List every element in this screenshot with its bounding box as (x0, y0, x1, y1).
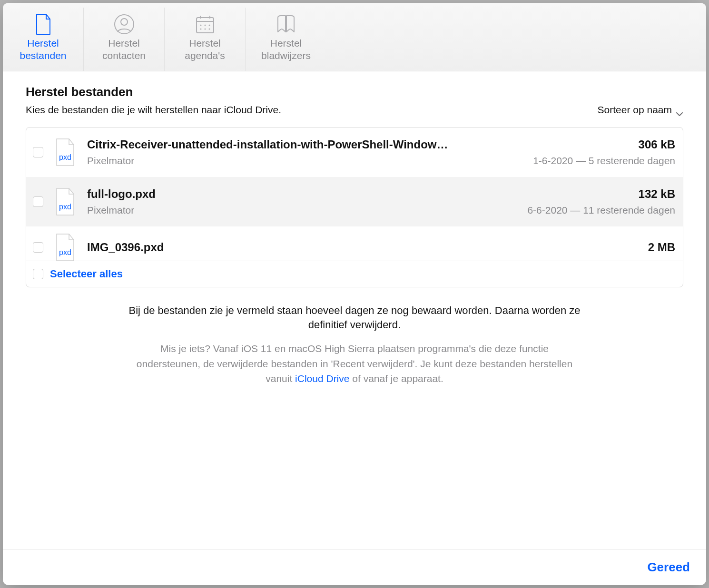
file-size: 132 kB (639, 187, 675, 201)
content-area: Herstel bestanden Kies de bestanden die … (3, 71, 706, 549)
svg-point-9 (200, 29, 201, 30)
file-size: 306 kB (639, 138, 675, 151)
file-app: Pixelmator (87, 205, 134, 216)
svg-point-7 (204, 25, 206, 26)
sort-label: Sorteer op naam (598, 104, 672, 116)
file-row[interactable]: pxd IMG_0396.pxd 2 MB (26, 226, 683, 261)
file-row[interactable]: pxd full-logo.pxd 132 kB Pixelmator 6-6-… (26, 177, 683, 226)
svg-point-1 (121, 19, 128, 25)
tab-restore-calendars[interactable]: Herstel agenda's (165, 8, 246, 71)
svg-point-11 (208, 29, 210, 30)
file-type-icon: pxd (52, 233, 79, 261)
tab-label: Herstel contacten (89, 37, 159, 62)
file-checkbox[interactable] (33, 242, 43, 253)
chevron-down-icon (676, 108, 683, 112)
svg-point-0 (115, 15, 134, 34)
file-rows: pxd Citrix-Receiver-unattended-installat… (26, 127, 683, 261)
svg-text:pxd: pxd (59, 153, 71, 161)
file-row[interactable]: pxd Citrix-Receiver-unattended-installat… (26, 127, 683, 177)
explain-block: Bij de bestanden zie je vermeld staan ho… (128, 304, 581, 386)
icloud-drive-link[interactable]: iCloud Drive (295, 373, 349, 384)
calendar-icon (169, 11, 240, 37)
file-list: pxd Citrix-Receiver-unattended-installat… (26, 127, 683, 287)
select-all-label[interactable]: Selecteer alles (50, 268, 123, 280)
svg-point-10 (204, 29, 206, 30)
svg-point-8 (208, 25, 210, 26)
svg-text:pxd: pxd (59, 248, 71, 256)
intro-text: Kies de bestanden die je wilt herstellen… (26, 104, 281, 116)
svg-point-6 (200, 25, 201, 26)
footer: Gereed (3, 549, 706, 585)
tab-bar: Herstel bestanden Herstel contacten (3, 3, 706, 71)
file-name: Citrix-Receiver-unattended-installation-… (87, 138, 448, 151)
done-button[interactable]: Gereed (647, 560, 690, 575)
select-all-checkbox[interactable] (33, 269, 43, 279)
explain-main: Bij de bestanden zie je vermeld staan ho… (128, 304, 581, 333)
intro-row: Kies de bestanden die je wilt herstellen… (26, 104, 683, 116)
contact-icon (89, 11, 159, 37)
document-icon (8, 11, 79, 37)
file-app: Pixelmator (87, 155, 134, 167)
tab-label: Herstel agenda's (169, 37, 240, 62)
bookmark-icon (250, 11, 322, 37)
file-checkbox[interactable] (33, 147, 43, 157)
file-type-icon: pxd (52, 138, 79, 167)
sort-dropdown[interactable]: Sorteer op naam (598, 104, 683, 116)
tab-restore-files[interactable]: Herstel bestanden (3, 8, 84, 71)
svg-text:pxd: pxd (59, 203, 71, 211)
tab-restore-contacts[interactable]: Herstel contacten (84, 8, 165, 71)
explain-sub: Mis je iets? Vanaf iOS 11 en macOS High … (128, 341, 581, 386)
file-type-icon: pxd (52, 187, 79, 216)
file-checkbox[interactable] (33, 196, 43, 207)
restore-dialog: Herstel bestanden Herstel contacten (3, 3, 706, 585)
explain-sub-after: of vanaf je apparaat. (349, 373, 443, 384)
tab-restore-bookmarks[interactable]: Herstel bladwijzers (246, 8, 326, 71)
tab-label: Herstel bladwijzers (250, 37, 322, 62)
file-date: 1-6-2020 — 5 resterende dagen (533, 155, 675, 167)
file-name: full-logo.pxd (87, 187, 156, 201)
file-size: 2 MB (648, 241, 675, 254)
select-all-row: Selecteer alles (26, 261, 683, 287)
file-name: IMG_0396.pxd (87, 241, 164, 254)
tab-label: Herstel bestanden (8, 37, 79, 62)
file-date: 6-6-2020 — 11 resterende dagen (527, 205, 675, 216)
page-title: Herstel bestanden (26, 85, 683, 99)
